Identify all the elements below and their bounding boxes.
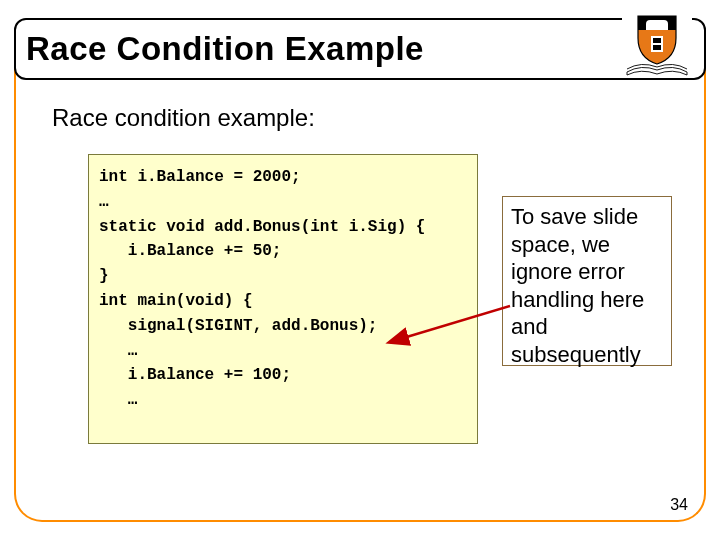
subtitle: Race condition example: (52, 104, 315, 132)
slide: Race Condition Example Race condition ex… (0, 0, 720, 540)
books-icon (626, 60, 688, 76)
princeton-logo (622, 12, 692, 78)
code-box: int i.Balance = 2000; … static void add.… (88, 154, 478, 444)
svg-rect-1 (653, 38, 661, 43)
note-box: To save slide space, we ignore error han… (502, 196, 672, 366)
title-band: Race Condition Example (14, 18, 706, 80)
page-number: 34 (670, 496, 688, 514)
svg-rect-2 (653, 45, 661, 50)
shield-icon (636, 14, 678, 66)
slide-title: Race Condition Example (26, 30, 424, 68)
note-text: To save slide space, we ignore error han… (511, 203, 663, 368)
code-content: int i.Balance = 2000; … static void add.… (99, 165, 467, 413)
